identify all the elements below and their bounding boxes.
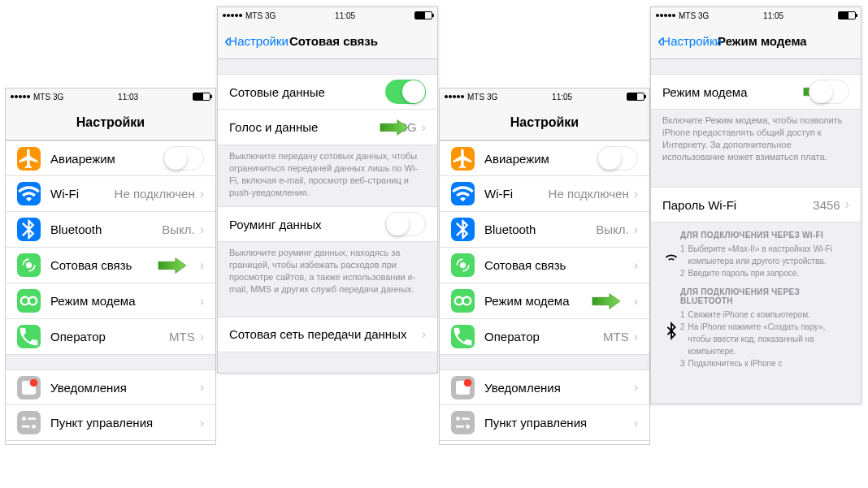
back-button[interactable]: ‹Настройки xyxy=(658,31,722,52)
cellular-icon xyxy=(17,253,41,277)
svg-point-11 xyxy=(463,297,471,305)
settings-row[interactable]: Сотовая связь› xyxy=(6,248,215,283)
toggle[interactable] xyxy=(597,146,638,171)
chevron-right-icon: › xyxy=(845,197,849,212)
settings-row[interactable]: Не беспокоить› xyxy=(6,441,215,444)
chevron-right-icon: › xyxy=(422,327,426,342)
footer-text: Выключите передачу сотовых данных, чтобы… xyxy=(218,145,437,206)
toggle[interactable] xyxy=(385,212,426,236)
settings-row[interactable]: Не беспокоить› xyxy=(440,441,649,444)
chevron-right-icon: › xyxy=(200,222,204,237)
settings-list[interactable]: АвиарежимWi-FiНе подключен›BluetoothВыкл… xyxy=(6,140,215,444)
panel-cellular: MTS 3G 11:05 ‹Настройки Сотовая связь Со… xyxy=(217,6,438,374)
settings-row[interactable]: Голос и данные3G› xyxy=(218,110,437,145)
settings-row[interactable]: Режим модема› xyxy=(6,283,215,319)
row-label: Авиарежим xyxy=(484,152,597,166)
row-value: 3456 xyxy=(813,198,840,212)
row-label: Сотовая связь xyxy=(50,258,200,272)
settings-row[interactable]: Пункт управления› xyxy=(6,405,215,441)
instruction-step: 2На iPhone нажмите «Создать пару», чтобы… xyxy=(680,321,849,357)
chevron-right-icon: › xyxy=(200,294,204,309)
carrier-icon xyxy=(17,325,41,348)
row-label: Wi-Fi xyxy=(50,187,115,201)
settings-row[interactable]: Роуминг данных xyxy=(218,206,437,242)
row-value: Выкл. xyxy=(162,222,194,236)
hotspot-icon xyxy=(451,289,475,313)
settings-row[interactable]: Режим модема› xyxy=(440,283,649,319)
nav-bar: ‹Настройки Сотовая связь xyxy=(218,24,437,59)
settings-row[interactable]: ОператорMTS› xyxy=(6,319,215,355)
settings-row[interactable]: Пароль Wi-Fi3456› xyxy=(651,187,861,222)
svg-rect-8 xyxy=(22,425,30,427)
back-button[interactable]: ‹Настройки xyxy=(224,31,289,52)
settings-row[interactable]: Уведомления› xyxy=(6,369,215,405)
panel-settings-1: MTS 3G 11:03 Настройки АвиарежимWi-FiНе … xyxy=(5,88,216,445)
airplane-icon xyxy=(17,147,41,171)
svg-rect-15 xyxy=(462,417,470,419)
settings-row[interactable]: Уведомления› xyxy=(440,369,649,405)
row-value: MTS xyxy=(603,330,629,343)
settings-row[interactable]: Пункт управления› xyxy=(440,405,649,441)
chevron-right-icon: › xyxy=(634,294,638,309)
settings-row[interactable]: Режим модема xyxy=(651,74,861,110)
svg-point-7 xyxy=(32,425,36,429)
row-label: Уведомления xyxy=(484,381,634,395)
settings-row[interactable]: Сотовая сеть передачи данных› xyxy=(218,317,437,352)
settings-row[interactable]: Wi-FiНе подключен› xyxy=(440,176,649,212)
chevron-right-icon: › xyxy=(634,187,638,201)
settings-row[interactable]: Авиарежим xyxy=(440,140,649,176)
toggle[interactable] xyxy=(809,80,849,104)
row-label: Режим модема xyxy=(662,85,809,99)
chevron-right-icon: › xyxy=(634,330,638,344)
bluetooth-icon xyxy=(17,218,41,241)
svg-point-14 xyxy=(456,417,460,421)
svg-rect-6 xyxy=(28,417,36,419)
row-label: Сотовая сеть передачи данных xyxy=(229,327,422,341)
settings-row[interactable]: Wi-FiНе подключен› xyxy=(6,176,215,212)
svg-point-16 xyxy=(466,425,470,429)
notif-icon xyxy=(451,376,475,399)
row-label: Авиарежим xyxy=(50,152,163,166)
svg-rect-17 xyxy=(456,425,464,427)
wifi-icon xyxy=(451,182,475,205)
settings-row[interactable]: BluetoothВыкл.› xyxy=(6,212,215,248)
settings-row[interactable]: Сотовая связь› xyxy=(440,248,649,283)
footer-text: Включите Режим модема, чтобы позволить i… xyxy=(651,110,861,171)
settings-row[interactable]: BluetoothВыкл.› xyxy=(440,212,649,248)
row-label: Режим модема xyxy=(50,294,200,308)
wifi-icon xyxy=(662,231,680,279)
row-label: Сотовые данные xyxy=(229,85,385,99)
status-bar: MTS 3G 11:05 xyxy=(218,7,437,24)
instruction-step: 1Выберите «Max-II» в настройках Wi-Fi ко… xyxy=(680,243,849,267)
row-value: Не подключен xyxy=(549,187,629,201)
bluetooth-icon xyxy=(451,218,475,241)
panel-settings-2: MTS 3G 11:05 Настройки АвиарежимWi-FiНе … xyxy=(439,88,650,445)
notif-icon xyxy=(17,376,41,399)
row-label: Пункт управления xyxy=(50,416,200,430)
row-value: Не подключен xyxy=(115,187,195,201)
svg-point-1 xyxy=(21,297,29,305)
settings-row[interactable]: ОператорMTS› xyxy=(440,319,649,355)
control-icon xyxy=(451,411,475,434)
toggle[interactable] xyxy=(163,146,204,171)
row-value: 3G xyxy=(401,120,417,134)
instruction-step: 1Свяжите iPhone с компьютером. xyxy=(680,309,849,321)
wifi-instructions-head: ДЛЯ ПОДКЛЮЧЕНИЯ ЧЕРЕЗ WI-FI xyxy=(680,231,849,240)
settings-row[interactable]: Сотовые данные xyxy=(218,74,437,110)
svg-point-9 xyxy=(460,262,466,268)
row-label: Оператор xyxy=(484,330,603,343)
airplane-icon xyxy=(451,147,475,171)
nav-bar: Настройки xyxy=(440,105,649,140)
status-bar: MTS 3G 11:05 xyxy=(651,7,861,24)
svg-point-5 xyxy=(22,417,26,421)
settings-row[interactable]: Авиарежим xyxy=(6,140,215,176)
row-value: Выкл. xyxy=(596,222,628,236)
svg-point-0 xyxy=(26,262,32,268)
nav-bar: Настройки xyxy=(6,105,215,140)
hotspot-icon xyxy=(17,289,41,313)
row-label: Голос и данные xyxy=(229,120,401,134)
toggle[interactable] xyxy=(385,80,426,104)
svg-point-10 xyxy=(455,297,463,305)
row-label: Режим модема xyxy=(484,294,634,308)
chevron-right-icon: › xyxy=(200,380,204,395)
